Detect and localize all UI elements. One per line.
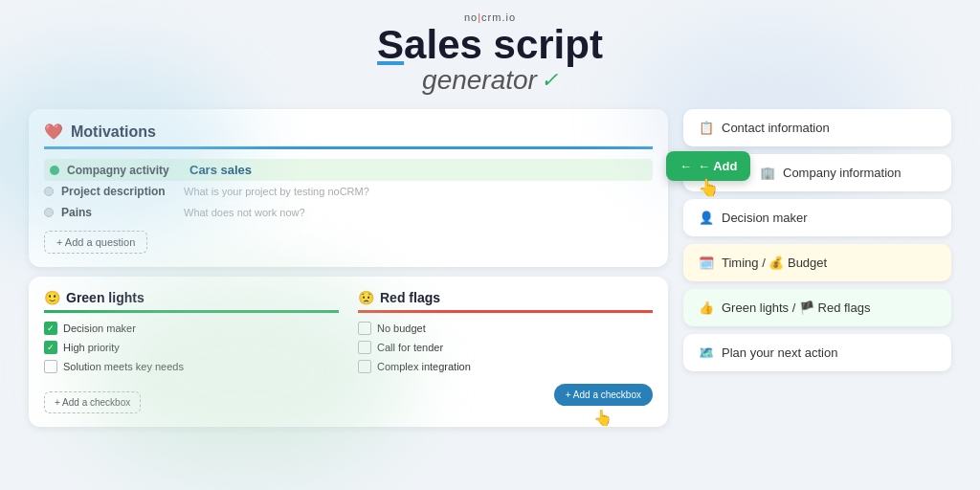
right-card-greenlights[interactable]: 👍 Green lights / 🏴 Red flags bbox=[683, 289, 951, 326]
question-label-2: Project description bbox=[61, 185, 176, 198]
lights-card: 🙂 Green lights ✓ Decision maker ✓ High p… bbox=[29, 277, 668, 427]
checkbox-unchecked-2[interactable] bbox=[358, 322, 371, 335]
contact-label: Contact information bbox=[722, 121, 830, 135]
contact-icon: 📋 bbox=[699, 121, 714, 135]
title-sales: Sales script bbox=[377, 25, 603, 65]
red-flags-title: Red flags bbox=[380, 290, 440, 305]
decision-label: Decision maker bbox=[722, 211, 808, 225]
question-placeholder-2: What is your project by testing noCRM? bbox=[184, 186, 369, 197]
green-item-3: Solution meets key needs bbox=[44, 357, 339, 376]
checkbox-checked-1[interactable]: ✓ bbox=[44, 322, 57, 335]
plan-label: Plan your next action bbox=[722, 345, 837, 360]
company-icon: 🏢 bbox=[760, 166, 775, 180]
green-item-2: ✓ High priority bbox=[44, 338, 339, 357]
inactive-dot-2 bbox=[44, 208, 54, 217]
add-overlay-button[interactable]: ← ← Add 👆 bbox=[666, 151, 750, 181]
motivations-title: Motivations bbox=[71, 123, 156, 141]
green-lights-header: 🙂 Green lights bbox=[44, 290, 339, 313]
checkbox-checked-2[interactable]: ✓ bbox=[44, 341, 57, 354]
timing-label: Timing / 💰 Budget bbox=[722, 256, 827, 270]
green-lights-col: 🙂 Green lights ✓ Decision maker ✓ High p… bbox=[44, 290, 339, 376]
bottom-row: 🙂 Green lights ✓ Decision maker ✓ High p… bbox=[29, 277, 668, 427]
add-label: ← Add bbox=[698, 159, 737, 173]
question-label-1: Compagny activity bbox=[67, 164, 182, 177]
title-generator: generator ✓ bbox=[19, 65, 961, 96]
decision-icon: 👤 bbox=[699, 211, 714, 225]
right-card-timing[interactable]: 🗓️ Timing / 💰 Budget bbox=[683, 244, 951, 281]
right-card-decision[interactable]: 👤 Decision maker bbox=[683, 199, 951, 236]
red-flags-col: 😟 Red flags No budget Call for tender bbox=[358, 290, 653, 376]
page-header: no|crm.io Sales script generator ✓ bbox=[19, 0, 961, 96]
lights-label: Green lights / 🏴 Red flags bbox=[722, 301, 870, 315]
checkbox-unchecked-4[interactable] bbox=[358, 360, 371, 373]
bottom-buttons: + Add a checkbox + Add a checkbox 👆 bbox=[44, 384, 653, 413]
green-icon: 🙂 bbox=[44, 290, 60, 305]
active-dot bbox=[50, 166, 59, 175]
question-row-2: Project description What is your project… bbox=[44, 181, 653, 202]
lights-icon: 👍 bbox=[699, 301, 714, 315]
red-item-2: Call for tender bbox=[358, 338, 653, 357]
arrow-left-icon: ← bbox=[679, 159, 692, 173]
red-item-3: Complex integration bbox=[358, 357, 653, 376]
plan-icon: 🗺️ bbox=[699, 345, 714, 360]
heart-icon: ❤️ bbox=[44, 122, 63, 141]
add-question-button[interactable]: + Add a question bbox=[44, 231, 147, 254]
left-column: ❤️ Motivations Compagny activity Cars sa… bbox=[29, 109, 668, 427]
checkbox-unchecked-3[interactable] bbox=[358, 341, 371, 354]
green-lights-title: Green lights bbox=[66, 290, 145, 305]
add-cursor-icon: 👆 bbox=[698, 177, 719, 198]
motivations-header: ❤️ Motivations bbox=[44, 122, 653, 149]
add-red-checkbox-button[interactable]: + Add a checkbox bbox=[554, 384, 653, 406]
right-card-contact[interactable]: 📋 Contact information bbox=[683, 109, 951, 146]
inactive-dot-1 bbox=[44, 187, 54, 196]
question-row-1: Compagny activity Cars sales bbox=[44, 159, 653, 181]
question-value-1: Cars sales bbox=[189, 163, 252, 177]
question-placeholder-3: What does not work now? bbox=[184, 207, 305, 218]
checkbox-unchecked-1[interactable] bbox=[44, 360, 57, 373]
red-item-1: No budget bbox=[358, 319, 653, 338]
motivations-card: ❤️ Motivations Compagny activity Cars sa… bbox=[29, 109, 668, 267]
question-row-3: Pains What does not work now? bbox=[44, 202, 653, 223]
red-icon: 😟 bbox=[358, 290, 374, 305]
timing-icon: 🗓️ bbox=[699, 256, 714, 270]
cursor-icon: 👆 bbox=[593, 409, 612, 427]
add-green-checkbox-button[interactable]: + Add a checkbox bbox=[44, 391, 141, 413]
red-flags-header: 😟 Red flags bbox=[358, 290, 653, 313]
right-column: ← ← Add 👆 📋 Contact information 🏢 Compan… bbox=[683, 109, 951, 427]
right-card-plan[interactable]: 🗺️ Plan your next action bbox=[683, 334, 951, 371]
green-item-1: ✓ Decision maker bbox=[44, 319, 339, 338]
question-label-3: Pains bbox=[61, 206, 176, 219]
company-label: Company information bbox=[783, 166, 902, 180]
